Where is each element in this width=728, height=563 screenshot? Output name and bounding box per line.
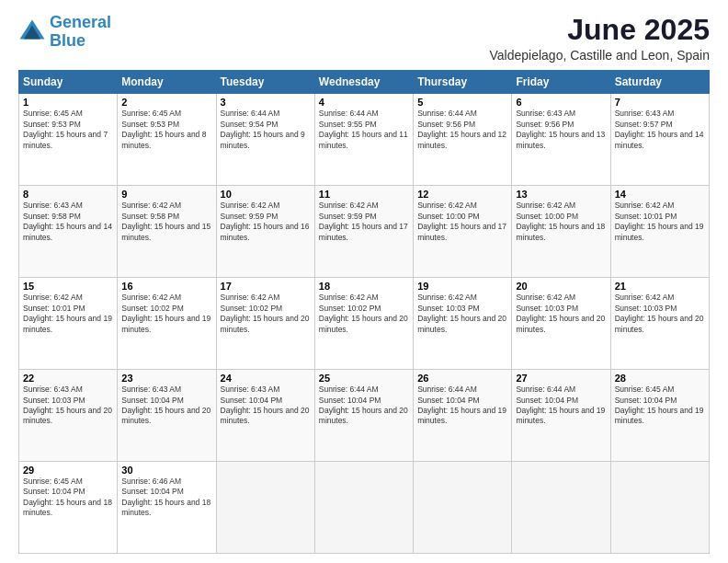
calendar-cell: [512, 462, 610, 554]
weekday-header-row: SundayMondayTuesdayWednesdayThursdayFrid…: [19, 71, 710, 94]
day-info: Sunrise: 6:42 AMSunset: 10:03 PMDaylight…: [516, 293, 606, 335]
calendar-cell: 8Sunrise: 6:43 AMSunset: 9:58 PMDaylight…: [19, 186, 118, 278]
day-info: Sunrise: 6:46 AMSunset: 10:04 PMDaylight…: [121, 477, 211, 519]
day-number: 2: [121, 97, 211, 108]
day-number: 20: [516, 281, 606, 292]
calendar-cell: 21Sunrise: 6:42 AMSunset: 10:03 PMDaylig…: [610, 278, 709, 370]
calendar-week-2: 8Sunrise: 6:43 AMSunset: 9:58 PMDaylight…: [19, 186, 710, 278]
calendar-cell: 2Sunrise: 6:45 AMSunset: 9:53 PMDaylight…: [118, 94, 216, 186]
day-info: Sunrise: 6:42 AMSunset: 10:03 PMDaylight…: [417, 293, 507, 335]
day-info: Sunrise: 6:44 AMSunset: 9:54 PMDaylight:…: [221, 109, 311, 151]
weekday-header-monday: Monday: [118, 71, 216, 94]
day-info: Sunrise: 6:45 AMSunset: 9:53 PMDaylight:…: [23, 109, 113, 151]
calendar-cell: 24Sunrise: 6:43 AMSunset: 10:04 PMDaylig…: [216, 370, 314, 462]
day-info: Sunrise: 6:44 AMSunset: 9:55 PMDaylight:…: [319, 109, 409, 151]
day-number: 19: [417, 281, 507, 292]
weekday-header-friday: Friday: [512, 71, 610, 94]
weekday-header-thursday: Thursday: [414, 71, 512, 94]
calendar-week-1: 1Sunrise: 6:45 AMSunset: 9:53 PMDaylight…: [19, 94, 710, 186]
day-info: Sunrise: 6:42 AMSunset: 10:01 PMDaylight…: [23, 293, 113, 335]
calendar-cell: 23Sunrise: 6:43 AMSunset: 10:04 PMDaylig…: [118, 370, 216, 462]
day-number: 25: [319, 373, 409, 384]
day-number: 17: [221, 281, 311, 292]
day-number: 29: [23, 465, 113, 476]
day-info: Sunrise: 6:43 AMSunset: 9:57 PMDaylight:…: [615, 109, 705, 151]
weekday-header-tuesday: Tuesday: [216, 71, 314, 94]
day-number: 21: [615, 281, 705, 292]
calendar-cell: 16Sunrise: 6:42 AMSunset: 10:02 PMDaylig…: [118, 278, 216, 370]
calendar-cell: [610, 462, 709, 554]
logo-text: General Blue: [50, 14, 111, 51]
calendar-cell: 4Sunrise: 6:44 AMSunset: 9:55 PMDaylight…: [314, 94, 413, 186]
calendar-cell: 30Sunrise: 6:46 AMSunset: 10:04 PMDaylig…: [118, 462, 216, 554]
day-info: Sunrise: 6:42 AMSunset: 9:59 PMDaylight:…: [221, 201, 311, 243]
calendar-cell: 13Sunrise: 6:42 AMSunset: 10:00 PMDaylig…: [512, 186, 610, 278]
day-number: 28: [615, 373, 705, 384]
day-info: Sunrise: 6:45 AMSunset: 9:53 PMDaylight:…: [121, 109, 211, 151]
header: General Blue June 2025 Valdepielago, Cas…: [18, 14, 710, 63]
calendar-cell: [314, 462, 413, 554]
logo-line1: General: [50, 13, 111, 31]
calendar-body: 1Sunrise: 6:45 AMSunset: 9:53 PMDaylight…: [19, 94, 710, 554]
weekday-header-wednesday: Wednesday: [314, 71, 413, 94]
day-info: Sunrise: 6:43 AMSunset: 9:58 PMDaylight:…: [23, 201, 113, 243]
calendar-cell: 28Sunrise: 6:45 AMSunset: 10:04 PMDaylig…: [610, 370, 709, 462]
calendar-week-5: 29Sunrise: 6:45 AMSunset: 10:04 PMDaylig…: [19, 462, 710, 554]
day-info: Sunrise: 6:42 AMSunset: 10:01 PMDaylight…: [615, 201, 705, 243]
logo-icon: [18, 18, 46, 46]
calendar-cell: 29Sunrise: 6:45 AMSunset: 10:04 PMDaylig…: [19, 462, 118, 554]
calendar-cell: 1Sunrise: 6:45 AMSunset: 9:53 PMDaylight…: [19, 94, 118, 186]
calendar-cell: 25Sunrise: 6:44 AMSunset: 10:04 PMDaylig…: [314, 370, 413, 462]
day-number: 4: [319, 97, 409, 108]
day-number: 16: [121, 281, 211, 292]
calendar-cell: 20Sunrise: 6:42 AMSunset: 10:03 PMDaylig…: [512, 278, 610, 370]
day-number: 8: [23, 189, 113, 200]
day-number: 7: [615, 97, 705, 108]
calendar-cell: [414, 462, 512, 554]
calendar-cell: 17Sunrise: 6:42 AMSunset: 10:02 PMDaylig…: [216, 278, 314, 370]
day-number: 14: [615, 189, 705, 200]
calendar-cell: 19Sunrise: 6:42 AMSunset: 10:03 PMDaylig…: [414, 278, 512, 370]
calendar-cell: 10Sunrise: 6:42 AMSunset: 9:59 PMDayligh…: [216, 186, 314, 278]
day-number: 18: [319, 281, 409, 292]
weekday-header-sunday: Sunday: [19, 71, 118, 94]
logo: General Blue: [18, 14, 111, 51]
day-number: 10: [221, 189, 311, 200]
calendar-cell: 11Sunrise: 6:42 AMSunset: 9:59 PMDayligh…: [314, 186, 413, 278]
day-info: Sunrise: 6:42 AMSunset: 10:02 PMDaylight…: [319, 293, 409, 335]
day-info: Sunrise: 6:43 AMSunset: 10:04 PMDaylight…: [221, 385, 311, 427]
day-info: Sunrise: 6:42 AMSunset: 10:02 PMDaylight…: [221, 293, 311, 335]
day-number: 22: [23, 373, 113, 384]
day-info: Sunrise: 6:43 AMSunset: 10:03 PMDaylight…: [23, 385, 113, 427]
calendar-cell: 22Sunrise: 6:43 AMSunset: 10:03 PMDaylig…: [19, 370, 118, 462]
day-info: Sunrise: 6:42 AMSunset: 10:00 PMDaylight…: [417, 201, 507, 243]
day-info: Sunrise: 6:43 AMSunset: 9:56 PMDaylight:…: [516, 109, 606, 151]
day-info: Sunrise: 6:45 AMSunset: 10:04 PMDaylight…: [615, 385, 705, 427]
day-info: Sunrise: 6:42 AMSunset: 10:00 PMDaylight…: [516, 201, 606, 243]
day-number: 5: [417, 97, 507, 108]
calendar-cell: 6Sunrise: 6:43 AMSunset: 9:56 PMDaylight…: [512, 94, 610, 186]
day-number: 9: [121, 189, 211, 200]
day-info: Sunrise: 6:42 AMSunset: 9:59 PMDaylight:…: [319, 201, 409, 243]
day-info: Sunrise: 6:43 AMSunset: 10:04 PMDaylight…: [121, 385, 211, 427]
day-number: 11: [319, 189, 409, 200]
day-number: 12: [417, 189, 507, 200]
calendar-cell: 9Sunrise: 6:42 AMSunset: 9:58 PMDaylight…: [118, 186, 216, 278]
weekday-header-saturday: Saturday: [610, 71, 709, 94]
day-number: 23: [121, 373, 211, 384]
day-number: 1: [23, 97, 113, 108]
calendar-subtitle: Valdepielago, Castille and Leon, Spain: [490, 48, 710, 63]
day-number: 3: [221, 97, 311, 108]
day-number: 13: [516, 189, 606, 200]
day-info: Sunrise: 6:42 AMSunset: 10:03 PMDaylight…: [615, 293, 705, 335]
day-number: 15: [23, 281, 113, 292]
calendar-cell: 3Sunrise: 6:44 AMSunset: 9:54 PMDaylight…: [216, 94, 314, 186]
calendar-cell: 7Sunrise: 6:43 AMSunset: 9:57 PMDaylight…: [610, 94, 709, 186]
calendar-cell: 15Sunrise: 6:42 AMSunset: 10:01 PMDaylig…: [19, 278, 118, 370]
calendar-week-4: 22Sunrise: 6:43 AMSunset: 10:03 PMDaylig…: [19, 370, 710, 462]
day-info: Sunrise: 6:42 AMSunset: 9:58 PMDaylight:…: [121, 201, 211, 243]
title-block: June 2025 Valdepielago, Castille and Leo…: [490, 14, 710, 63]
day-info: Sunrise: 6:44 AMSunset: 10:04 PMDaylight…: [417, 385, 507, 427]
day-number: 24: [221, 373, 311, 384]
day-number: 27: [516, 373, 606, 384]
